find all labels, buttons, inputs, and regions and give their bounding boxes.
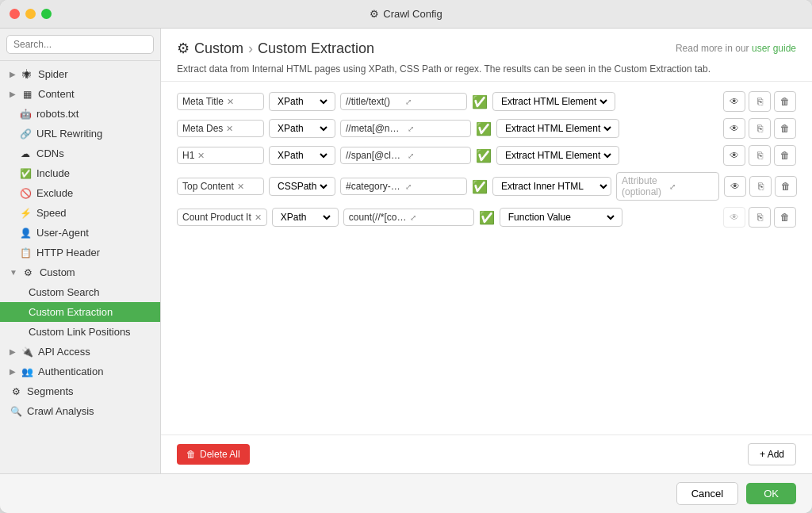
type-dropdown-5[interactable]: Function ValueExtract HTML ElementExtrac… <box>505 211 617 224</box>
path-input-2[interactable]: //meta[@name='descriptio... ⤢ <box>340 120 471 137</box>
segments-icon: ⚙ <box>10 386 22 397</box>
method-dropdown-4[interactable]: CSSPathXPathRegex <box>274 180 330 193</box>
method-select-4[interactable]: CSSPathXPathRegex <box>269 177 335 196</box>
delete-button-4[interactable]: 🗑 <box>775 176 797 197</box>
sidebar-item-exclude[interactable]: 🚫 Exclude <box>0 183 160 203</box>
extract-type-3[interactable]: Extract HTML ElementExtract Inner HTMLFu… <box>496 146 619 165</box>
delete-button-2[interactable]: 🗑 <box>774 118 796 139</box>
extract-type-1[interactable]: Extract HTML ElementExtract Inner HTMLFu… <box>492 92 615 111</box>
extract-type-4[interactable]: Extract Inner HTMLExtract HTML ElementFu… <box>492 177 611 196</box>
name-tag-4[interactable]: Top Content ✕ <box>177 178 264 195</box>
maximize-button[interactable] <box>41 9 52 19</box>
sidebar-label-spider: Spider <box>38 68 68 80</box>
path-input-3[interactable]: //span[@class='base']/text ⤢ <box>340 147 471 164</box>
method-dropdown-3[interactable]: XPathCSSPathRegex <box>274 149 330 162</box>
method-select-1[interactable]: XPathCSSPathRegex <box>269 92 335 111</box>
sidebar-item-robots[interactable]: 🤖 robots.txt <box>0 104 160 124</box>
ok-button[interactable]: OK <box>746 483 796 504</box>
delete-button-1[interactable]: 🗑 <box>774 91 796 112</box>
sidebar-item-segments[interactable]: ⚙ Segments <box>0 381 160 401</box>
attribute-input-4[interactable]: Attribute (optional) ⤢ <box>616 172 719 201</box>
copy-button-4[interactable]: ⎘ <box>749 176 772 197</box>
sidebar-item-crawl-analysis[interactable]: 🔍 Crawl Analysis <box>0 401 160 421</box>
sidebar-item-http-header[interactable]: 📋 HTTP Header <box>0 243 160 262</box>
minimize-button[interactable] <box>25 9 36 19</box>
sidebar-item-custom-search[interactable]: Custom Search <box>0 282 160 302</box>
copy-button-2[interactable]: ⎘ <box>749 118 771 139</box>
sidebar-item-spider[interactable]: ▶ 🕷 Spider <box>0 64 160 84</box>
name-tag-1[interactable]: Meta Title ✕ <box>177 93 264 110</box>
type-dropdown-2[interactable]: Extract HTML ElementExtract Inner HTMLFu… <box>502 122 614 135</box>
remove-tag-1[interactable]: ✕ <box>227 97 234 107</box>
valid-icon-3: ✅ <box>476 148 492 163</box>
crawl-analysis-icon: 🔍 <box>10 406 22 417</box>
sidebar-item-cdns[interactable]: ☁ CDNs <box>0 144 160 163</box>
method-select-5[interactable]: XPathCSSPathRegex <box>272 208 339 227</box>
sidebar-item-api-access[interactable]: ▶ 🔌 API Access <box>0 342 160 362</box>
search-input[interactable] <box>6 35 154 54</box>
sidebar-label-speed: Speed <box>36 207 67 219</box>
sidebar-item-url-rewriting[interactable]: 🔗 URL Rewriting <box>0 124 160 144</box>
path-input-4[interactable]: #category-view-container >... ⤢ <box>340 178 467 195</box>
sidebar-item-user-agent[interactable]: 👤 User-Agent <box>0 223 160 243</box>
copy-button-5[interactable]: ⎘ <box>749 207 771 228</box>
path-input-1[interactable]: //title/text() ⤢ <box>340 93 467 110</box>
sidebar-item-include[interactable]: ✅ Include <box>0 163 160 183</box>
method-select-3[interactable]: XPathCSSPathRegex <box>269 146 335 165</box>
copy-button-1[interactable]: ⎘ <box>749 91 771 112</box>
remove-tag-3[interactable]: ✕ <box>197 151 205 161</box>
expand-icon[interactable]: ⤢ <box>669 182 714 191</box>
description-text: Extract data from Internal HTML pages us… <box>177 63 796 75</box>
type-dropdown-3[interactable]: Extract HTML ElementExtract Inner HTMLFu… <box>502 149 614 162</box>
sidebar-item-authentication[interactable]: ▶ 👥 Authentication <box>0 362 160 381</box>
name-tag-3[interactable]: H1 ✕ <box>177 147 264 164</box>
extract-type-5[interactable]: Function ValueExtract HTML ElementExtrac… <box>500 208 622 227</box>
method-select-2[interactable]: XPathCSSPathRegex <box>269 119 335 138</box>
copy-button-3[interactable]: ⎘ <box>749 145 771 166</box>
method-dropdown-5[interactable]: XPathCSSPathRegex <box>278 211 333 224</box>
breadcrumb-row: ⚙ Custom › Custom Extraction Read more i… <box>177 40 796 57</box>
method-dropdown-2[interactable]: XPathCSSPathRegex <box>274 122 330 135</box>
method-dropdown-1[interactable]: XPathCSSPathRegex <box>274 95 330 108</box>
expand-icon[interactable]: ⤢ <box>410 213 469 222</box>
eye-button-1[interactable]: 👁 <box>723 91 745 112</box>
delete-button-5[interactable]: 🗑 <box>774 207 796 228</box>
delete-button-3[interactable]: 🗑 <box>774 145 796 166</box>
name-tag-5[interactable]: Count Product It ✕ <box>177 209 267 226</box>
cancel-button[interactable]: Cancel <box>676 482 738 505</box>
row-actions-3: 👁 ⎘ 🗑 <box>723 145 796 166</box>
path-input-5[interactable]: count(//*[contains(@class,... ⤢ <box>343 209 474 226</box>
table-row: H1 ✕ XPathCSSPathRegex //span[@class='ba… <box>177 145 796 166</box>
delete-all-button[interactable]: 🗑 Delete All <box>177 444 250 465</box>
extract-type-2[interactable]: Extract HTML ElementExtract Inner HTMLFu… <box>496 119 619 138</box>
expand-icon[interactable]: ⤢ <box>408 151 466 160</box>
remove-tag-4[interactable]: ✕ <box>237 182 244 192</box>
remove-tag-5[interactable]: ✕ <box>255 212 262 223</box>
eye-button-3[interactable]: 👁 <box>723 145 745 166</box>
remove-tag-2[interactable]: ✕ <box>226 124 233 134</box>
sidebar-item-custom-link-positions[interactable]: Custom Link Positions <box>0 322 160 342</box>
expand-icon[interactable]: ⤢ <box>405 182 462 191</box>
sidebar-item-content[interactable]: ▶ ▦ Content <box>0 84 160 104</box>
app-window: ⚙ Crawl Config ▶ 🕷 Spider ▶ ▦ Content <box>0 0 812 513</box>
add-button[interactable]: + Add <box>748 443 796 465</box>
user-guide-link[interactable]: user guide <box>752 43 796 54</box>
search-box <box>0 29 160 61</box>
sidebar-item-custom-extraction[interactable]: Custom Extraction <box>0 302 160 322</box>
type-dropdown-4[interactable]: Extract Inner HTMLExtract HTML ElementFu… <box>498 180 610 193</box>
sidebar-item-custom[interactable]: ▼ ⚙ Custom <box>0 262 160 282</box>
eye-button-2[interactable]: 👁 <box>723 118 745 139</box>
expand-icon[interactable]: ⤢ <box>408 124 466 133</box>
type-dropdown-1[interactable]: Extract HTML ElementExtract Inner HTMLFu… <box>498 95 610 108</box>
expand-icon[interactable]: ⤢ <box>405 98 462 106</box>
name-tag-2[interactable]: Meta Des ✕ <box>177 120 264 137</box>
content-icon: ▦ <box>21 89 33 100</box>
eye-button-4[interactable]: 👁 <box>724 176 746 197</box>
close-button[interactable] <box>10 9 20 19</box>
user-guide-section: Read more in our user guide <box>676 43 796 54</box>
sidebar-item-speed[interactable]: ⚡ Speed <box>0 203 160 223</box>
row-actions-1: 👁 ⎘ 🗑 <box>723 91 796 112</box>
content-header: ⚙ Custom › Custom Extraction Read more i… <box>161 29 812 82</box>
chevron-right-icon: ▶ <box>10 90 16 98</box>
row-actions-4: 👁 ⎘ 🗑 <box>724 176 797 197</box>
